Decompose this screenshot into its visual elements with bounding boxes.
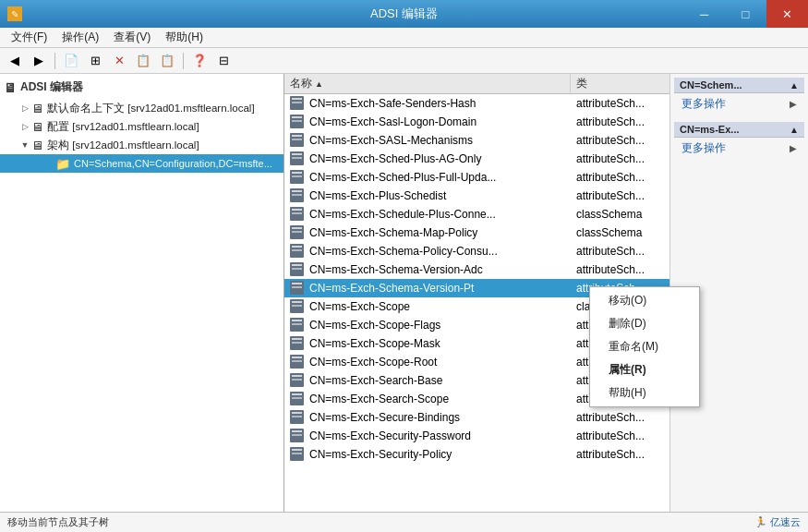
tree-item-config[interactable]: ▷ 🖥 配置 [srv12ad01.msftlearn.local]	[0, 117, 283, 136]
cell-name: CN=ms-Exch-Schedule-Plus-Conne...	[284, 205, 571, 223]
tree-item-schema[interactable]: ▼ 🖥 架构 [srv12ad01.msftlearn.local]	[0, 136, 283, 154]
menu-bar: 文件(F) 操作(A) 查看(V) 帮助(H)	[0, 28, 808, 48]
ctx-item-3[interactable]: 属性(R)	[590, 358, 699, 381]
menu-file[interactable]: 文件(F)	[4, 28, 54, 47]
cell-name: CN=ms-Exch-Schema-Map-Policy	[284, 224, 571, 241]
row-icon	[290, 410, 304, 424]
tree-panel: 🖥 ADSI 编辑器 ▷ 🖥 默认命名上下文 [srv12ad01.msftle…	[0, 74, 284, 512]
row-icon	[290, 392, 304, 405]
toolbar-copy1[interactable]: 📋	[132, 51, 154, 71]
cell-name: CN=ms-Exch-Schema-Version-Adc	[284, 260, 571, 278]
list-row[interactable]: CN=ms-Exch-Schema-Map-Policy classSchema…	[284, 224, 669, 242]
maximize-button[interactable]: □	[725, 0, 766, 28]
tree-item-default[interactable]: ▷ 🖥 默认命名上下文 [srv12ad01.msftlearn.local]	[0, 99, 283, 117]
menu-action[interactable]: 操作(A)	[54, 28, 106, 47]
toolbar-help[interactable]: ❓	[188, 51, 211, 71]
toggle-default[interactable]: ▷	[18, 102, 31, 115]
toolbar-back[interactable]: ◀	[4, 51, 26, 71]
cell-name-text: CN=ms-Exch-Plus-Schedist	[309, 189, 446, 202]
ctx-item-4[interactable]: 帮助(H)	[590, 381, 699, 405]
expand-icon-0: ▲	[790, 80, 799, 91]
cell-class: classSchema	[571, 224, 669, 241]
row-icon	[290, 429, 304, 442]
cell-name-text: CN=ms-Exch-Scope-Mask	[309, 337, 440, 350]
col-header-name[interactable]: 名称 ▲	[284, 74, 571, 93]
list-row[interactable]: CN=ms-Exch-Schema-Version-Adc attributeS…	[284, 260, 669, 279]
toolbar: ◀ ▶ 📄 ⊞ ✕ 📋 📋 ❓ ⊟	[0, 48, 808, 74]
cell-name-text: CN=ms-Exch-Search-Base	[309, 374, 442, 387]
status-text: 移动当前节点及其子树	[7, 515, 109, 529]
cell-name-text: CN=ms-Exch-Schema-Map-Policy	[309, 226, 477, 239]
row-icon	[290, 115, 304, 128]
ctx-item-2[interactable]: 重命名(M)	[590, 335, 699, 358]
icon-default: 🖥	[31, 102, 43, 115]
cell-name: CN=ms-Exch-Scope-Flags	[284, 316, 571, 333]
cell-name-text: CN=ms-Exch-SASL-Mechanisms	[309, 134, 473, 147]
list-row[interactable]: CN=ms-Exch-Sched-Plus-AG-Only attributeS…	[284, 150, 669, 168]
cell-class: attributeSch...	[571, 113, 669, 130]
icon-config: 🖥	[31, 120, 43, 134]
ctx-item-0[interactable]: 移动(O)	[590, 289, 699, 312]
toolbar-forward[interactable]: ▶	[28, 51, 50, 71]
toolbar-delete[interactable]: ✕	[108, 51, 130, 71]
list-row[interactable]: CN=ms-Exch-Secure-Bindings attributeSch.…	[284, 408, 669, 427]
cell-name: CN=ms-Exch-Schema-Policy-Consu...	[284, 242, 571, 260]
cell-name-text: CN=ms-Exch-Safe-Senders-Hash	[309, 97, 476, 110]
row-icon	[290, 299, 304, 313]
action-section-1: CN=ms-Ex... ▲ 更多操作 ▶	[674, 122, 804, 159]
cell-name-text: CN=ms-Exch-Scope-Flags	[309, 319, 440, 332]
list-row[interactable]: CN=ms-Exch-Schedule-Plus-Conne... classS…	[284, 205, 669, 224]
title-bar: ✎ ADSI 编辑器 ─ □ ✕	[0, 0, 808, 28]
action-section-0: CN=Schem... ▲ 更多操作 ▶	[674, 78, 804, 115]
action-header-0[interactable]: CN=Schem... ▲	[674, 78, 804, 93]
cell-name-text: CN=ms-Exch-Scope	[309, 300, 410, 313]
minimize-button[interactable]: ─	[683, 0, 725, 28]
cell-class: attributeSch...	[571, 168, 669, 186]
list-row[interactable]: CN=ms-Exch-Schema-Policy-Consu... attrib…	[284, 242, 669, 260]
list-row[interactable]: CN=ms-Exch-Sched-Plus-Full-Upda... attri…	[284, 168, 669, 187]
cell-name: CN=ms-Exch-Scope	[284, 297, 571, 315]
cell-name: CN=ms-Exch-Secure-Bindings	[284, 408, 571, 426]
toolbar-minus[interactable]: ⊟	[212, 51, 235, 71]
tree-item-cn-schema[interactable]: 📁 CN=Schema,CN=Configuration,DC=msfte...	[0, 154, 283, 173]
cell-class: attributeSch...	[571, 260, 669, 278]
sort-icon: ▲	[315, 79, 323, 89]
cell-name-text: CN=ms-Exch-Secure-Bindings	[309, 411, 460, 424]
action-header-1[interactable]: CN=ms-Ex... ▲	[674, 122, 804, 138]
cell-name-text: CN=ms-Exch-Schema-Version-Adc	[309, 263, 483, 276]
cell-name: CN=ms-Exch-Security-Policy	[284, 445, 571, 463]
list-row[interactable]: CN=ms-Exch-Safe-Senders-Hash attributeSc…	[284, 94, 669, 113]
menu-help[interactable]: 帮助(H)	[158, 28, 211, 47]
row-icon	[290, 170, 304, 184]
cell-name: CN=ms-Exch-Scope-Mask	[284, 334, 571, 352]
cell-class: attributeSch...	[571, 150, 669, 167]
cell-name-text: CN=ms-Exch-Scope-Root	[309, 356, 437, 369]
cell-name-text: CN=ms-Exch-Sched-Plus-AG-Only	[309, 152, 481, 165]
toggle-config[interactable]: ▷	[18, 120, 31, 133]
expand-icon-1: ▲	[790, 125, 799, 135]
list-row[interactable]: CN=ms-Exch-Security-Policy attributeSch.…	[284, 445, 669, 464]
list-row[interactable]: CN=ms-Exch-Security-Password attributeSc…	[284, 427, 669, 445]
list-row[interactable]: CN=ms-Exch-SASL-Mechanisms attributeSch.…	[284, 131, 669, 150]
row-icon	[290, 96, 304, 110]
list-row[interactable]: CN=ms-Exch-Sasl-Logon-Domain attributeSc…	[284, 113, 669, 131]
col-header-class[interactable]: 类	[571, 74, 669, 93]
toolbar-doc[interactable]: 📄	[60, 51, 82, 71]
cell-name: CN=ms-Exch-Security-Password	[284, 427, 571, 444]
toggle-schema[interactable]: ▼	[18, 139, 31, 151]
ctx-item-1[interactable]: 删除(D)	[590, 312, 699, 335]
close-button[interactable]: ✕	[766, 0, 808, 28]
menu-view[interactable]: 查看(V)	[106, 28, 158, 47]
list-row[interactable]: CN=ms-Exch-Plus-Schedist attributeSch...…	[284, 187, 669, 205]
action-item-more-1[interactable]: 更多操作 ▶	[674, 138, 804, 159]
right-panel: 名称 ▲ 类 可分辨名称 CN=ms-Exch-Safe-Senders-Has…	[284, 74, 808, 512]
cell-name-text: CN=ms-Exch-Schema-Policy-Consu...	[309, 245, 498, 258]
status-logo: 🏃 亿速云	[754, 515, 801, 529]
action-item-more-0[interactable]: 更多操作 ▶	[674, 93, 804, 115]
toolbar-grid[interactable]: ⊞	[84, 51, 106, 71]
cell-class: classSchema	[571, 205, 669, 223]
toolbar-copy2[interactable]: 📋	[156, 51, 178, 71]
cell-class: attributeSch...	[571, 187, 669, 204]
cell-name: CN=ms-Exch-Search-Scope	[284, 390, 571, 407]
cell-class: attributeSch...	[571, 408, 669, 426]
